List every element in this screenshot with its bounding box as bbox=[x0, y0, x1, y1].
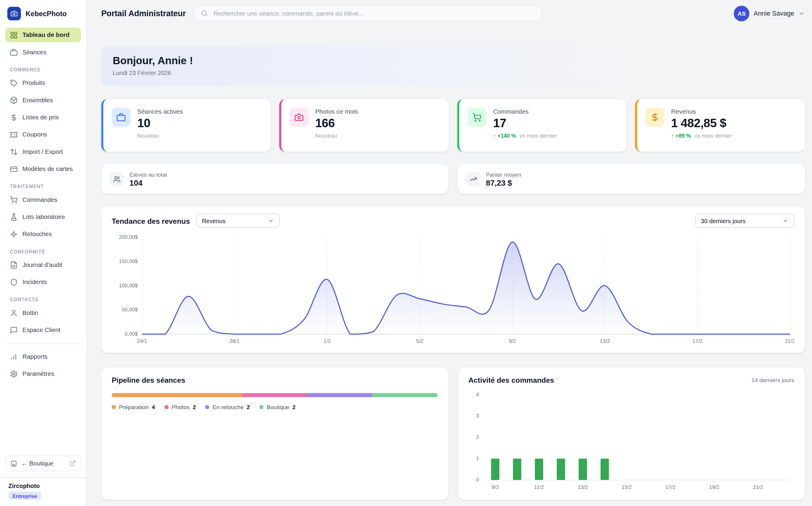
search-box[interactable] bbox=[194, 5, 542, 21]
legend-item-photos: Photos 2 bbox=[164, 404, 196, 410]
sidebar-item-journal-audit[interactable]: Journal d'audit bbox=[5, 257, 81, 272]
substats-row: Élèves au total 104 Panier moyen 87,23 $ bbox=[101, 164, 805, 194]
sidebar-item-commandes[interactable]: Commandes bbox=[5, 192, 81, 207]
sidebar-item-espace-client[interactable]: Espace Client bbox=[5, 323, 81, 337]
store-icon bbox=[10, 460, 17, 467]
sidebar-item-label: Incidents bbox=[22, 278, 47, 285]
cart-icon bbox=[468, 108, 486, 127]
chevron-down-icon bbox=[799, 10, 805, 16]
external-link-icon bbox=[69, 460, 76, 467]
sidebar-item-label: Commandes bbox=[22, 196, 57, 203]
select-value: 30 derniers jours bbox=[701, 218, 746, 224]
svg-text:0: 0 bbox=[476, 477, 479, 483]
substat-card-panier-moyen: Panier moyen 87,23 $ bbox=[458, 164, 805, 194]
legend-dot bbox=[205, 405, 210, 409]
legend-value: 2 bbox=[292, 404, 296, 410]
legend-value: 2 bbox=[193, 404, 196, 410]
sidebar-item-label: Coupons bbox=[22, 131, 47, 138]
stat-card-revenus: Revenus 1 482,85 $ ↑ +89 % vs mois derni… bbox=[635, 99, 805, 152]
substat-card-eleves: Élèves au total 104 bbox=[101, 164, 448, 194]
ticket-icon bbox=[10, 131, 18, 138]
sidebar-item-rapports[interactable]: Rapports bbox=[5, 349, 81, 364]
back-to-shop-label: ← Boutique bbox=[21, 460, 54, 467]
pipeline-segment bbox=[242, 393, 307, 397]
legend-dot bbox=[259, 405, 263, 409]
page-title: Portail Administrateur bbox=[101, 9, 186, 18]
stat-sub: Nouveau bbox=[137, 132, 183, 139]
select-value: Revenus bbox=[202, 218, 225, 224]
sidebar-item-tableau-de-bord[interactable]: Tableau de bord bbox=[5, 27, 81, 42]
back-to-shop-button[interactable]: ← Boutique bbox=[5, 455, 81, 471]
top-bar: Portail Administrateur AS Annie Savage bbox=[86, 0, 812, 27]
avatar: AS bbox=[734, 5, 750, 21]
trending-up-icon bbox=[466, 172, 480, 186]
sidebar-item-label: Produits bbox=[22, 79, 45, 86]
stat-delta-note: vs mois dernier bbox=[520, 132, 557, 139]
svg-text:13/2: 13/2 bbox=[600, 338, 610, 344]
sidebar-item-import-export[interactable]: Import / Export bbox=[5, 144, 81, 159]
sidebar-item-retouches[interactable]: Retouches bbox=[5, 227, 81, 241]
sidebar-item-produits[interactable]: Produits bbox=[5, 76, 81, 90]
stat-card-seances-actives: Séances actives 10 Nouveau bbox=[101, 99, 271, 152]
user-name: Annie Savage bbox=[754, 10, 794, 17]
stat-card-photos-ce-mois: Photos ce mois 166 Nouveau bbox=[279, 99, 449, 152]
revenue-range-select[interactable]: 30 derniers jours bbox=[695, 214, 794, 228]
svg-text:28/1: 28/1 bbox=[229, 338, 240, 344]
svg-text:15/2: 15/2 bbox=[621, 484, 631, 490]
pipeline-segment bbox=[307, 393, 373, 397]
import-export-icon bbox=[10, 148, 18, 156]
sidebar-item-modeles-de-cartes[interactable]: Modèles de cartes bbox=[5, 162, 81, 176]
sidebar-item-listes-de-prix[interactable]: Listes de prix bbox=[5, 110, 81, 125]
legend-label: Boutique bbox=[267, 404, 289, 410]
revenue-metric-select[interactable]: Revenus bbox=[196, 214, 280, 228]
dollar-icon bbox=[646, 108, 665, 127]
search-input[interactable] bbox=[213, 9, 535, 17]
sidebar-item-incidents[interactable]: Incidents bbox=[5, 275, 81, 289]
stat-label: Séances actives bbox=[137, 108, 183, 115]
legend-label: En retouche bbox=[213, 404, 244, 410]
sidebar-item-bottin[interactable]: Bottin bbox=[5, 305, 81, 320]
sidebar-footer: Zircophoto Entreprise bbox=[0, 478, 86, 506]
stat-value: 10 bbox=[137, 116, 183, 131]
pipeline-segment bbox=[112, 393, 242, 397]
sidebar-item-label: Modèles de cartes bbox=[22, 165, 73, 172]
sparkles-icon bbox=[10, 230, 18, 238]
org-name: Zircophoto bbox=[8, 483, 78, 489]
search-icon bbox=[201, 10, 208, 17]
sidebar-item-seances[interactable]: Séances bbox=[5, 45, 81, 59]
sidebar-item-label: Import / Export bbox=[22, 148, 63, 155]
svg-text:9/2: 9/2 bbox=[509, 338, 516, 344]
user-menu[interactable]: AS Annie Savage bbox=[734, 5, 805, 21]
sidebar-item-ensembles[interactable]: Ensembles bbox=[5, 93, 81, 107]
substat-label: Élèves au total bbox=[129, 171, 167, 178]
legend-item-preparation: Préparation 4 bbox=[112, 404, 155, 410]
stat-sub: Nouveau bbox=[315, 132, 358, 139]
sidebar-item-label: Ensembles bbox=[22, 96, 53, 103]
stat-label: Photos ce mois bbox=[315, 108, 358, 115]
stat-delta-row: ↑ +89 % vs mois dernier bbox=[671, 132, 732, 139]
stat-label: Commandes bbox=[493, 108, 557, 115]
stat-delta-row: ↑ +140 % vs mois dernier bbox=[493, 132, 557, 139]
sidebar-item-label: Rapports bbox=[22, 353, 48, 360]
users-icon bbox=[110, 172, 124, 186]
svg-text:100,00$: 100,00$ bbox=[119, 282, 138, 288]
pipeline-title: Pipeline des séances bbox=[112, 376, 185, 384]
sidebar-item-parametres[interactable]: Paramètres bbox=[5, 366, 81, 381]
stat-card-commandes: Commandes 17 ↑ +140 % vs mois dernier bbox=[457, 99, 627, 152]
stat-delta: ↑ +89 % bbox=[671, 132, 691, 139]
org-plan-badge: Entreprise bbox=[8, 492, 41, 500]
sidebar-item-coupons[interactable]: Coupons bbox=[5, 127, 81, 142]
sidebar-item-lots-laboratoire[interactable]: Lots laboratoire bbox=[5, 209, 81, 224]
sidebar-item-label: Tableau de bord bbox=[22, 31, 70, 38]
svg-text:1/2: 1/2 bbox=[323, 338, 331, 344]
sidebar-item-label: Séances bbox=[22, 49, 47, 56]
legend-label: Photos bbox=[172, 404, 190, 410]
camera-logo-icon bbox=[7, 7, 21, 20]
sidebar-item-label: Retouches bbox=[22, 230, 52, 238]
welcome-greeting: Bonjour, Annie ! bbox=[113, 55, 793, 67]
svg-text:5/2: 5/2 bbox=[416, 338, 423, 344]
bottom-row: Pipeline des séances Préparation 4 Photo… bbox=[101, 367, 805, 500]
dollar-icon bbox=[10, 113, 18, 121]
svg-text:9/2: 9/2 bbox=[491, 484, 498, 490]
camera-icon bbox=[289, 108, 309, 127]
